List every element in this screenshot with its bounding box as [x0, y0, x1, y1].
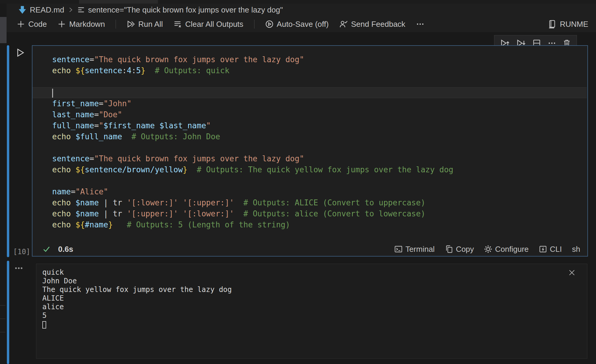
rail-divider: [0, 318, 5, 319]
terminal-block-cursor: [42, 321, 46, 329]
code-line[interactable]: last_name="Doe": [32, 109, 587, 120]
runme-status-button[interactable]: RUNME: [547, 20, 588, 29]
breadcrumb: READ.md sentence="The quick brown fox ju…: [7, 4, 596, 16]
copy-icon: [445, 245, 453, 253]
code-line[interactable]: first_name="John": [32, 98, 587, 109]
add-markdown-label: Markdown: [69, 20, 105, 29]
code-line[interactable]: echo $full_name # Outputs: John Doe: [32, 131, 587, 142]
cell-status-actions: Terminal Copy: [394, 245, 580, 254]
code-editor[interactable]: sentence="The quick brown fox jumps over…: [32, 54, 587, 230]
auto-save-icon: [265, 20, 274, 28]
send-feedback-label: Send Feedback: [351, 20, 405, 29]
auto-save-toggle[interactable]: Auto-Save (off): [265, 20, 329, 29]
run-cell-button[interactable]: [15, 48, 26, 58]
output-line: 5: [42, 311, 232, 320]
clear-all-outputs-button[interactable]: Clear All Outputs: [173, 20, 243, 29]
output-line: alice: [42, 303, 232, 311]
chevron-right-icon: [67, 7, 74, 13]
cli-bolt-icon: [539, 245, 547, 253]
cell-output: quickJohn DoeThe quick yellow fox jumps …: [36, 264, 587, 359]
code-line[interactable]: [32, 142, 587, 153]
terminal-action[interactable]: Terminal: [394, 245, 434, 254]
plus-icon: [17, 20, 25, 28]
left-rail: [0, 4, 7, 364]
rail-divider: [0, 305, 5, 306]
cell-status-left: 0.6s: [42, 245, 73, 254]
toolbar-separator: [254, 20, 254, 29]
cli-label: CLI: [550, 245, 562, 254]
plus-icon: [58, 20, 66, 28]
cli-action[interactable]: CLI: [539, 245, 562, 254]
breadcrumb-symbol[interactable]: sentence="The quick brown fox jumps over…: [77, 5, 283, 15]
copy-label: Copy: [456, 245, 474, 254]
add-markdown-button[interactable]: Markdown: [58, 20, 105, 29]
symbol-list-icon: [77, 6, 85, 14]
output-line: quick: [42, 268, 232, 277]
markdown-file-icon: [18, 5, 27, 14]
breadcrumb-file[interactable]: READ.md: [18, 5, 64, 15]
code-line[interactable]: echo $name | tr '[:upper:]' '[:lower:]' …: [32, 208, 587, 219]
code-line[interactable]: echo ${#name} # Outputs: 5 (Length of th…: [32, 219, 587, 230]
gear-icon: [484, 245, 492, 253]
clear-outputs-icon: [173, 20, 182, 28]
notebook-toolbar: Code Markdown Run All Clear All Outputs: [7, 16, 596, 32]
output-menu-button[interactable]: [14, 264, 23, 273]
rail-divider: [0, 332, 5, 332]
code-line[interactable]: full_name="$first_name $last_name": [32, 120, 587, 131]
cell-status-bar: 0.6s Terminal Copy: [32, 242, 587, 256]
execution-count: [10]: [13, 248, 30, 256]
run-all-button[interactable]: Run All: [127, 20, 163, 29]
code-cell[interactable]: sentence="The quick brown fox jumps over…: [32, 45, 588, 257]
terminal-icon: [394, 245, 403, 253]
breadcrumb-file-label: READ.md: [30, 5, 64, 15]
output-line: The quick yellow fox jumps over the lazy…: [42, 285, 232, 294]
runme-logo-icon: [547, 20, 556, 29]
add-code-button[interactable]: Code: [17, 20, 47, 29]
clear-outputs-label: Clear All Outputs: [185, 20, 243, 29]
run-all-label: Run All: [138, 20, 163, 29]
active-tab-edge: [79, 0, 158, 4]
send-feedback-button[interactable]: Send Feedback: [339, 20, 405, 29]
output-focus-bar[interactable]: [7, 261, 9, 364]
code-line[interactable]: echo ${sentence:4:5} # Outputs: quick: [32, 65, 587, 76]
breadcrumb-symbol-label: sentence="The quick brown fox jumps over…: [88, 5, 283, 15]
tab-bar-sliver: [0, 0, 596, 4]
language-label: sh: [572, 245, 580, 254]
execution-duration: 0.6s: [58, 245, 73, 254]
copy-action[interactable]: Copy: [445, 245, 474, 254]
language-picker[interactable]: sh: [572, 245, 580, 254]
output-line: ALICE: [42, 294, 232, 303]
code-line[interactable]: echo $name | tr '[:lower:]' '[:upper:]' …: [32, 197, 587, 208]
code-line[interactable]: [32, 87, 587, 98]
code-line[interactable]: [32, 175, 587, 186]
output-line: John Doe: [42, 277, 232, 285]
add-code-label: Code: [28, 20, 47, 29]
terminal-label: Terminal: [405, 245, 434, 254]
cell-focus-bar[interactable]: [7, 45, 9, 257]
text-cursor: [52, 89, 53, 98]
runme-label: RUNME: [560, 20, 588, 29]
toolbar-more-button[interactable]: [416, 20, 424, 28]
code-line[interactable]: sentence="The quick brown fox jumps over…: [32, 153, 587, 164]
code-line[interactable]: sentence="The quick brown fox jumps over…: [32, 54, 587, 65]
output-text: quickJohn DoeThe quick yellow fox jumps …: [42, 268, 232, 329]
feedback-person-icon: [339, 20, 348, 28]
run-all-icon: [127, 20, 135, 28]
scrollbar-thumb[interactable]: [0, 17, 7, 43]
close-output-button[interactable]: [568, 269, 576, 276]
code-line[interactable]: name="Alice": [32, 186, 587, 197]
toolbar-separator: [116, 20, 116, 29]
configure-label: Configure: [495, 245, 529, 254]
code-line[interactable]: [32, 76, 587, 87]
success-check-icon: [42, 245, 51, 254]
configure-action[interactable]: Configure: [484, 245, 529, 254]
code-line[interactable]: echo ${sentence/brown/yellow} # Outputs:…: [32, 164, 587, 175]
auto-save-label: Auto-Save (off): [277, 20, 329, 29]
